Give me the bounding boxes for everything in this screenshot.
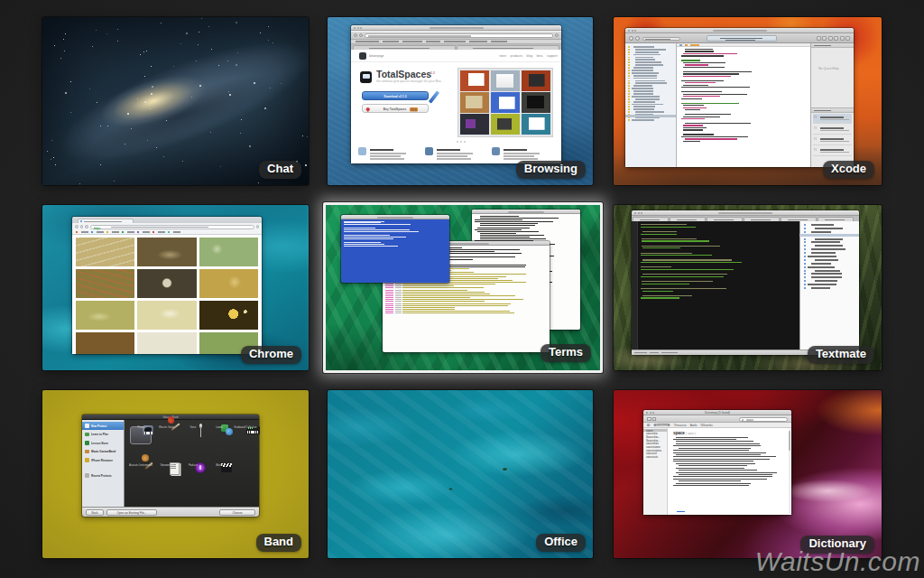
window-controls bbox=[628, 30, 636, 32]
space-tile-dictionary[interactable]: Dictionary (5 found) space AllDictionary… bbox=[614, 390, 882, 558]
window-titlebar bbox=[472, 210, 580, 214]
space-label-band: Band bbox=[256, 534, 302, 552]
sidebar-item-learn-to-play: Learn to Play bbox=[82, 431, 124, 439]
garageband-sidebar: New Project Learn to Play Lesson Store M… bbox=[82, 420, 125, 507]
space-tile-chrome[interactable]: https Chrome bbox=[42, 205, 309, 370]
back-forward-buttons bbox=[647, 417, 656, 421]
totalspaces-app-icon bbox=[360, 71, 372, 83]
choose-button: Choose bbox=[219, 509, 255, 516]
editor-view-buttons bbox=[817, 36, 851, 41]
safari-window: binaryage storeproductsblogbetasupport T… bbox=[351, 25, 561, 163]
island bbox=[503, 468, 507, 471]
project-type-piano: Piano bbox=[127, 424, 153, 431]
space-tile-xcode[interactable]: No Quick Help { } { } { } { } Xcode bbox=[614, 17, 882, 185]
webpage-nav: storeproductsblogbetasupport bbox=[500, 54, 558, 58]
code-lines bbox=[641, 224, 798, 350]
space-tile-textmate[interactable]: Textmate bbox=[614, 205, 882, 370]
space-tile-office[interactable]: Office bbox=[328, 390, 593, 558]
space-tile-chat[interactable]: Chat bbox=[42, 17, 309, 185]
pencil-graphic bbox=[429, 90, 439, 103]
project-navigator bbox=[625, 43, 677, 167]
snippet-item: { } bbox=[813, 146, 852, 156]
project-type-movie: Movie bbox=[206, 461, 232, 469]
sidebar-item-iphone-ringtone: iPhone Ringtone bbox=[82, 456, 124, 464]
sidebar-item-lesson-store: Lesson Store bbox=[82, 439, 124, 447]
code-editor bbox=[677, 43, 810, 167]
totalspaces-webpage: binaryage storeproductsblogbetasupport T… bbox=[351, 50, 561, 163]
webpage-screenshot-grid bbox=[457, 68, 553, 137]
magnifier-icon bbox=[742, 419, 744, 421]
sidebar-item-recent-projects: Recent Projects bbox=[82, 471, 124, 480]
garageband-window: GarageBand New Project Learn to Play Les… bbox=[82, 415, 259, 517]
definition-text bbox=[673, 437, 785, 514]
project-type-voice: Voice bbox=[180, 424, 206, 431]
activity-viewer bbox=[707, 35, 777, 42]
open-existing-file-button: Open an Existing File... bbox=[106, 509, 157, 516]
code-editor-dark bbox=[632, 221, 799, 350]
version-badge: 1.1 bbox=[430, 71, 435, 75]
watermark: WaitsUn.com bbox=[755, 546, 920, 577]
ssh-session-output bbox=[344, 221, 447, 282]
browser-toolbar bbox=[351, 32, 561, 40]
dictionary-window: Dictionary (5 found) space AllDictionary… bbox=[643, 410, 791, 515]
project-type-songwriting: Songwriting bbox=[153, 461, 180, 469]
chrome-toolbar: https bbox=[72, 223, 262, 230]
project-type-keyboard-collection: Keyboard Collection bbox=[232, 424, 258, 431]
space-label-office: Office bbox=[536, 534, 586, 552]
space-label-terms: Terms bbox=[541, 344, 591, 362]
garageband-footer: Back Open an Existing File... Choose bbox=[82, 507, 259, 517]
code-lines bbox=[681, 49, 808, 167]
hyperlink bbox=[677, 511, 685, 512]
binaryage-logo-text: binaryage bbox=[369, 54, 384, 58]
omnibox: https bbox=[90, 225, 254, 229]
garageband-project-types: Piano Electric Guitar Voice Loops Keyboa… bbox=[125, 420, 259, 507]
download-button: Download v1.1.3 bbox=[362, 91, 429, 100]
space-label-chrome: Chrome bbox=[241, 346, 301, 364]
space-tile-terms-selected[interactable]: Terms bbox=[323, 202, 603, 373]
window-controls bbox=[354, 27, 362, 29]
scheme-selector bbox=[642, 37, 680, 42]
price-tag: $18 bbox=[410, 107, 418, 112]
space-label-chat: Chat bbox=[259, 161, 301, 179]
space-tile-band[interactable]: GarageBand New Project Learn to Play Les… bbox=[42, 390, 309, 558]
word-list-sidebar: space spaceship Spaceship... Spaceship..… bbox=[643, 428, 668, 516]
sidebar-item-new-project: New Project bbox=[82, 422, 124, 430]
utility-panel: No Quick Help { } { } { } { } bbox=[810, 43, 854, 167]
snippet-item: { } bbox=[813, 135, 852, 145]
window-titlebar bbox=[351, 25, 561, 31]
address-bar bbox=[365, 33, 553, 38]
run-button bbox=[629, 36, 633, 41]
quick-help-placeholder: No Quick Help bbox=[818, 67, 839, 70]
window-controls bbox=[634, 212, 642, 214]
space-label-textmate: Textmate bbox=[808, 346, 874, 364]
snippet-item: { } bbox=[813, 114, 852, 124]
stop-button bbox=[635, 36, 640, 41]
binaryage-logo-icon bbox=[359, 52, 366, 60]
webpage-title: TotalSpaces bbox=[376, 69, 431, 79]
chrome-tab-strip bbox=[72, 217, 262, 223]
space-label-browsing: Browsing bbox=[516, 161, 586, 179]
space-label-xcode: Xcode bbox=[823, 161, 874, 179]
word-list-item: spacesuits bbox=[643, 455, 667, 459]
project-type-loops: Loops bbox=[206, 424, 232, 431]
project-type-acoustic-instruments: Acoustic Instruments bbox=[127, 461, 153, 469]
scrollbar[interactable] bbox=[789, 429, 791, 515]
google-images-grid bbox=[72, 235, 262, 354]
space-tile-browsing[interactable]: binaryage storeproductsblogbetasupport T… bbox=[328, 17, 593, 185]
project-type-electric-guitar: Electric Guitar bbox=[153, 424, 180, 431]
xcode-toolbar bbox=[625, 33, 854, 43]
project-type-podcast: Podcast bbox=[180, 461, 206, 469]
window-titlebar bbox=[341, 215, 449, 219]
definition-pane: space | spās | bbox=[668, 428, 791, 516]
dictionary-toolbar: space bbox=[643, 415, 791, 423]
back-button: Back bbox=[86, 509, 104, 516]
file-browser-sidebar bbox=[799, 221, 859, 350]
xcode-window: No Quick Help { } { } { } { } bbox=[625, 28, 854, 167]
buy-button: Buy TotalSpaces$18 bbox=[362, 104, 429, 113]
headword: space | spās | bbox=[673, 431, 696, 435]
webpage-header: binaryage storeproductsblogbetasupport bbox=[351, 50, 561, 62]
terminal-window-blue bbox=[341, 215, 449, 283]
search-field: space bbox=[739, 417, 788, 422]
jump-bar bbox=[677, 43, 810, 47]
textmate-window bbox=[632, 210, 859, 355]
